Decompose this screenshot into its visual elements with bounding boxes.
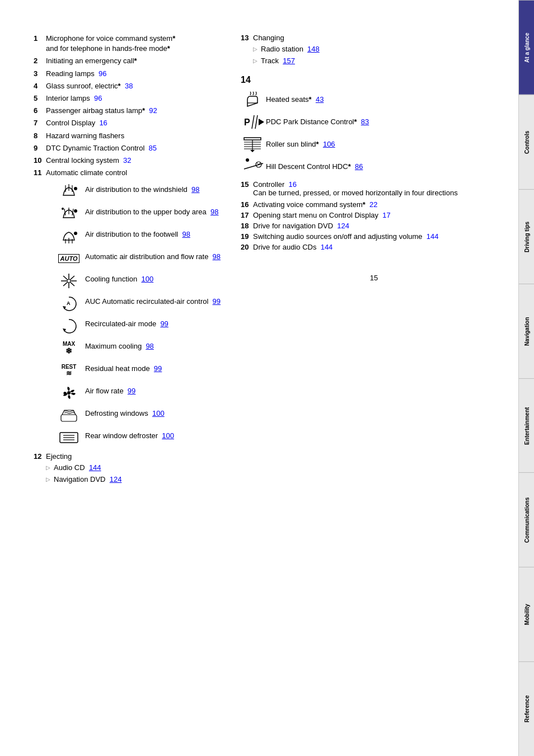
item14-pdc: P PDC Park Distance Control* 83 — [241, 113, 507, 131]
climate-cooling-item: Cooling function 100 — [58, 272, 224, 290]
climate-rest-item: REST ≋ Residual heat mode 99 — [58, 361, 224, 379]
hdc-icon — [241, 158, 266, 176]
item19: 19 Switching audio sources on/off and ad… — [241, 232, 507, 241]
climate-footwell-item: Air distribution to the footwell 98 — [58, 227, 224, 245]
sidebar-tab-controls[interactable]: Controls — [519, 95, 534, 189]
windshield-icon — [58, 182, 79, 200]
item12-subitem-audio: ▷ Audio CD 144 — [46, 463, 224, 473]
item13-subitem-radio: ▷ Radio station 148 — [253, 44, 507, 54]
auc-icon: A — [58, 294, 79, 312]
svg-line-28 — [252, 115, 254, 129]
sidebar-tab-communications[interactable]: Communications — [519, 472, 534, 567]
items15to20-section: 15 Controller 16Can be turned, pressed, … — [241, 180, 507, 251]
cooling-icon — [58, 272, 79, 290]
item12-header: 12 Ejecting — [34, 452, 224, 461]
item12-subitems: ▷ Audio CD 144 ▷ Navigation DVD 124 — [46, 463, 224, 485]
sidebar-tab-reference[interactable]: Reference — [519, 661, 534, 756]
auto-icon: AUTO — [58, 250, 79, 267]
list-item: 9 DTC Dynamic Traction Control 85 — [34, 143, 224, 153]
max-icon: MAX ❄ — [58, 339, 79, 357]
item12-section: 12 Ejecting ▷ Audio CD 144 ▷ Navigation … — [34, 452, 224, 485]
item13-subitem-track: ▷ Track 157 — [253, 56, 507, 66]
sidebar-tab-mobility[interactable]: Mobility — [519, 567, 534, 661]
climate-defrost-item: Defrosting windows 100 — [58, 406, 224, 424]
item12-subitem-nav: ▷ Navigation DVD 124 — [46, 475, 224, 485]
list-item: 11 Automatic climate control — [34, 168, 224, 178]
svg-point-8 — [62, 208, 64, 210]
main-content: 1 Microphone for voice command system*an… — [0, 0, 518, 756]
climate-windshield-item: Air distribution to the windshield 98 — [58, 182, 224, 200]
list-item: 3 Reading lamps 96 — [34, 69, 224, 79]
item14-heated-seats: Heated seats* 43 — [241, 91, 507, 109]
rear-defrost-icon — [58, 429, 79, 447]
item17: 17 Opening start menu on Control Display… — [241, 211, 507, 219]
page-number: 15 — [241, 274, 507, 282]
climate-auto-item: AUTO Automatic air distribution and flow… — [58, 250, 224, 267]
svg-text:P: P — [244, 118, 250, 127]
svg-line-29 — [255, 115, 257, 129]
climate-recirculated-item: Recirculated-air mode 99 — [58, 317, 224, 335]
list-item: 5 Interior lamps 96 — [34, 93, 224, 104]
item15: 15 Controller 16Can be turned, pressed, … — [241, 180, 507, 197]
sidebar-tab-driving-tips[interactable]: Driving tips — [519, 189, 534, 284]
svg-point-3 — [74, 187, 77, 190]
svg-point-39 — [246, 158, 249, 162]
climate-max-item: MAX ❄ Maximum cooling 98 — [58, 339, 224, 357]
sidebar-tab-at-a-glance[interactable]: At a glance — [519, 0, 534, 95]
item13-header: 13 Changing — [241, 34, 507, 42]
list-item: 2 Initiating an emergency call* — [34, 56, 224, 66]
sidebar-tab-navigation[interactable]: Navigation — [519, 284, 534, 378]
svg-point-7 — [74, 209, 77, 213]
footwell-icon — [58, 227, 79, 245]
climate-auc-item: A AUC Automatic recirculated-air control… — [58, 294, 224, 312]
rest-icon: REST ≋ — [58, 361, 79, 379]
item13-section: 13 Changing ▷ Radio station 148 ▷ Track … — [241, 34, 507, 66]
list-item: 1 Microphone for voice command system*an… — [34, 34, 224, 54]
list-item: 10 Central locking system 32 — [34, 156, 224, 166]
page-container: 1 Microphone for voice command system*an… — [0, 0, 534, 756]
upper-body-icon — [58, 205, 79, 223]
pdc-icon: P — [241, 113, 266, 131]
svg-marker-30 — [259, 119, 264, 125]
climate-rear-defrost-item: Rear window defroster 100 — [58, 429, 224, 447]
sidebar: At a glance Controls Driving tips Naviga… — [518, 0, 534, 756]
item14-roller: Roller sun blind* 106 — [241, 135, 507, 153]
svg-text:A: A — [67, 300, 71, 306]
item14-header: 14 — [241, 75, 507, 85]
list-item: 8 Hazard warning flashers — [34, 131, 224, 141]
heated-seats-icon — [241, 91, 266, 109]
item16: 16 Activating voice command system* 22 — [241, 200, 507, 209]
svg-point-12 — [74, 232, 77, 235]
recirculated-icon — [58, 317, 79, 335]
left-items-list: 1 Microphone for voice command system*an… — [34, 34, 224, 178]
left-column: 1 Microphone for voice command system*an… — [34, 34, 224, 734]
sidebar-tab-entertainment[interactable]: Entertainment — [519, 378, 534, 473]
item14-section: 14 Heated seats* 43 — [241, 75, 507, 176]
item13-subitems: ▷ Radio station 148 ▷ Track 157 — [253, 44, 507, 66]
airflow-icon — [58, 384, 79, 402]
item20: 20 Drive for audio CDs 144 — [241, 243, 507, 251]
climate-upper-body-item: Air distribution to the upper body area … — [58, 205, 224, 223]
svg-rect-31 — [244, 138, 261, 140]
climate-icons-section: Air distribution to the windshield 98 — [46, 182, 224, 447]
svg-rect-22 — [61, 415, 77, 421]
item14-hdc: Hill Descent Control HDC* 86 — [241, 158, 507, 176]
list-item: 4 Glass sunroof, electric* 38 — [34, 81, 224, 91]
item18: 18 Drive for navigation DVD 124 — [241, 222, 507, 230]
defrost-icon — [58, 406, 79, 424]
list-item: 6 Passenger airbag status lamp* 92 — [34, 106, 224, 116]
climate-airflow-item: Air flow rate 99 — [58, 384, 224, 402]
list-item: 7 Control Display 16 — [34, 118, 224, 128]
svg-point-17 — [67, 279, 71, 283]
right-column: 13 Changing ▷ Radio station 148 ▷ Track … — [241, 34, 507, 734]
svg-marker-37 — [250, 150, 255, 152]
roller-icon — [241, 135, 266, 153]
